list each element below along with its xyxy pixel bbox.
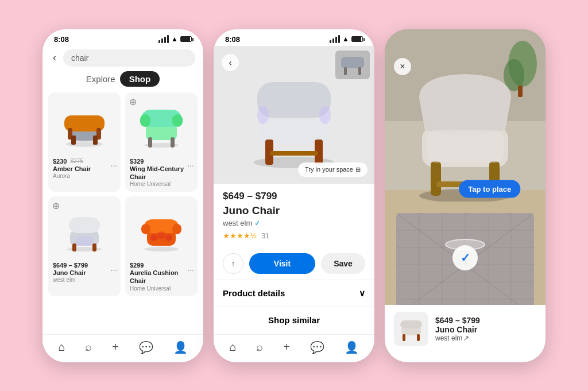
bottom-nav-2: ⌂ ⌕ + 💬 👤 — [214, 334, 374, 362]
search-bar: ‹ chair — [51, 49, 195, 67]
status-icons-1: ▲ — [158, 35, 192, 43]
verified-icon: ✓ — [254, 219, 261, 227]
svg-rect-60 — [431, 161, 441, 196]
back-button[interactable]: ‹ — [51, 51, 59, 65]
visit-button[interactable]: Visit — [249, 253, 315, 274]
nav-home-2[interactable]: ⌂ — [229, 340, 236, 354]
grid-item-aurelia-chair[interactable]: $299 Aurelia Cushion Chair Home Universa… — [125, 196, 198, 296]
amber-chair-image — [48, 92, 121, 156]
wing-chair-info: $329 Wing Mid-Century Chair Home Univers… — [125, 156, 198, 192]
signal-icon — [158, 35, 169, 43]
bottom-nav-1: ⌂ ⌕ + 💬 👤 — [42, 334, 203, 362]
star-rating: ★★★★½ — [223, 231, 257, 240]
product-hero: ‹ — [214, 46, 374, 184]
juno-chair-name: Juno Chair — [53, 269, 116, 277]
try-in-space-button[interactable]: Try in your space ⊞ — [298, 162, 368, 177]
product-price: $649 – $799 — [223, 191, 365, 202]
confirm-button[interactable]: ✓ — [452, 245, 478, 270]
svg-point-35 — [319, 106, 331, 124]
ar-source-row: west elm ↗ — [435, 334, 480, 342]
nav-chat-1[interactable]: 💬 — [139, 340, 153, 354]
nav-add-1[interactable]: + — [112, 340, 119, 354]
action-row: ↑ Visit Save — [214, 253, 374, 274]
svg-rect-18 — [92, 243, 96, 251]
ratings-row: ★★★★½ 31 — [223, 230, 365, 241]
svg-rect-24 — [172, 224, 181, 234]
status-icons-2: ▲ — [330, 35, 363, 43]
nav-search-2[interactable]: ⌕ — [256, 340, 263, 354]
aurelia-chair-menu[interactable]: ··· — [187, 265, 194, 274]
chevron-down-icon: ∨ — [359, 288, 365, 299]
svg-point-20 — [144, 247, 179, 251]
product-grid: $230 $275 Amber Chair Aurora ··· ⊕ — [42, 92, 203, 296]
product-info: $649 – $799 Juno Chair west elm ✓ ★★★★½ … — [214, 184, 374, 247]
svg-rect-66 — [403, 334, 405, 341]
ar-close-button[interactable]: × — [394, 58, 411, 75]
ar-product-info: $649 – $799 Juno Chair west elm ↗ — [435, 316, 480, 342]
grid-item-wing-chair[interactable]: ⊕ $329 Wing Mid- — [125, 92, 198, 192]
amber-chair-source: Aurora — [53, 173, 116, 179]
ar-seller-name: west elm — [435, 334, 462, 342]
svg-rect-19 — [76, 237, 93, 246]
svg-rect-5 — [71, 136, 76, 145]
nav-search-1[interactable]: ⌕ — [85, 340, 92, 354]
ar-icon-juno: ⊕ — [52, 200, 60, 211]
wifi-icon-2: ▲ — [342, 35, 349, 43]
grid-item-amber-chair[interactable]: $230 $275 Amber Chair Aurora ··· — [48, 92, 121, 192]
amber-chair-info: $230 $275 Amber Chair Aurora — [48, 156, 121, 184]
nav-add-2[interactable]: + — [283, 340, 290, 354]
aurelia-chair-info: $299 Aurelia Cushion Chair Home Universa… — [125, 260, 198, 296]
nav-chat-2[interactable]: 💬 — [310, 340, 324, 354]
tap-to-place-button[interactable]: Tap to place — [459, 180, 520, 198]
svg-rect-10 — [140, 114, 150, 127]
signal-icon-2 — [330, 35, 340, 43]
nav-profile-1[interactable]: 👤 — [173, 340, 188, 354]
nav-profile-2[interactable]: 👤 — [345, 340, 359, 354]
juno-chair-hero-svg — [237, 60, 351, 169]
svg-rect-38 — [358, 67, 361, 75]
status-bar-1: 8:08 ▲ — [42, 29, 203, 46]
nav-home-1[interactable]: ⌂ — [58, 340, 65, 354]
amber-chair-price: $230 — [53, 158, 67, 165]
svg-point-26 — [157, 231, 165, 239]
svg-rect-65 — [400, 320, 422, 328]
search-input[interactable]: chair — [63, 49, 195, 67]
amber-chair-menu[interactable]: ··· — [110, 161, 117, 170]
ar-product-name: Juno Chair — [435, 325, 480, 334]
explore-label[interactable]: Explore — [86, 74, 115, 84]
wifi-icon: ▲ — [171, 35, 178, 43]
ar-view: × Tap to place ✓ — [385, 29, 546, 362]
product-details-accordion[interactable]: Product details ∨ — [214, 280, 374, 307]
juno-chair-small-svg — [59, 202, 110, 254]
shop-tab[interactable]: Shop — [120, 71, 160, 87]
product-thumbnail[interactable] — [335, 51, 370, 79]
amber-chair-name: Amber Chair — [53, 165, 116, 173]
juno-chair-price: $649 – $799 — [53, 262, 88, 269]
juno-chair-source: west elm — [53, 277, 116, 283]
juno-chair-menu[interactable]: ··· — [110, 265, 117, 274]
share-button[interactable]: ↑ — [223, 253, 243, 274]
ar-chair-thumbnail — [394, 312, 428, 346]
wing-chair-name: Wing Mid-Century Chair — [130, 165, 193, 181]
grid-item-juno-chair[interactable]: ⊕ $649 – $799 Juno Chair — [48, 196, 121, 296]
back-button-2[interactable]: ‹ — [222, 54, 239, 71]
svg-point-34 — [257, 106, 269, 124]
phone-1: 8:08 ▲ ‹ chair Explore Shop — [42, 29, 203, 362]
ar-icon-wing: ⊕ — [129, 96, 137, 107]
explore-shop-row: Explore Shop — [42, 71, 203, 87]
aurelia-chair-image — [125, 196, 198, 260]
svg-point-27 — [165, 234, 172, 241]
amber-chair-price-strike: $275 — [70, 158, 83, 164]
wing-chair-menu[interactable]: ··· — [187, 161, 194, 170]
wing-chair-svg — [136, 98, 187, 150]
svg-rect-16 — [69, 217, 100, 233]
save-button[interactable]: Save — [321, 253, 365, 274]
shop-similar-row[interactable]: Shop similar — [214, 307, 374, 333]
ar-thumb-svg — [397, 315, 425, 343]
svg-point-25 — [150, 234, 157, 241]
svg-rect-67 — [417, 334, 420, 341]
ar-chair-large-svg — [405, 52, 525, 202]
wing-chair-price: $329 — [130, 158, 144, 165]
ar-product-card: $649 – $799 Juno Chair west elm ↗ — [385, 305, 546, 362]
svg-rect-12 — [148, 137, 152, 148]
